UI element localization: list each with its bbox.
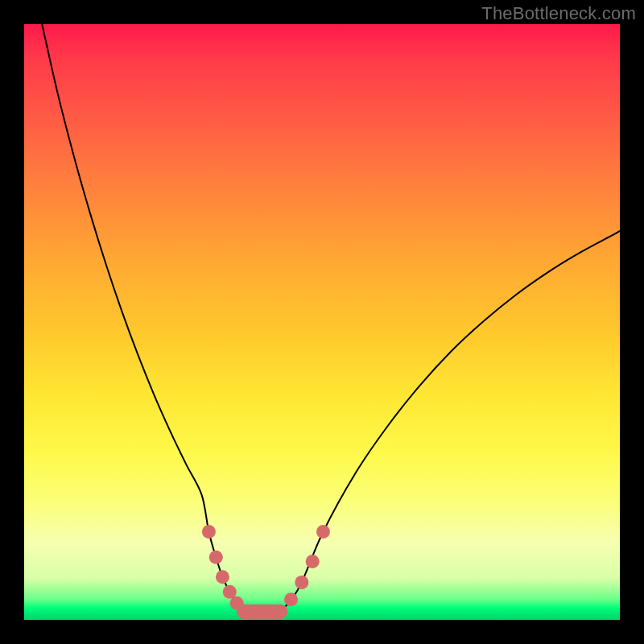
bead-marker	[202, 525, 216, 539]
beads-bar	[237, 605, 287, 619]
chart-frame: TheBottleneck.com	[0, 0, 644, 644]
bead-marker	[284, 592, 298, 606]
bead-marker	[209, 551, 223, 564]
bead-marker	[216, 570, 229, 584]
curve-layer	[24, 24, 620, 620]
bead-marker	[223, 585, 237, 599]
bead-marker	[273, 605, 287, 619]
plot-area	[24, 24, 620, 620]
beads-right	[284, 525, 330, 606]
bead-marker	[237, 605, 251, 619]
bottleneck-curve	[42, 24, 620, 615]
bead-marker	[295, 576, 308, 589]
bead-marker	[306, 555, 320, 568]
beads-left	[202, 525, 244, 610]
bead-marker	[316, 525, 330, 539]
watermark-text: TheBottleneck.com	[481, 3, 636, 24]
